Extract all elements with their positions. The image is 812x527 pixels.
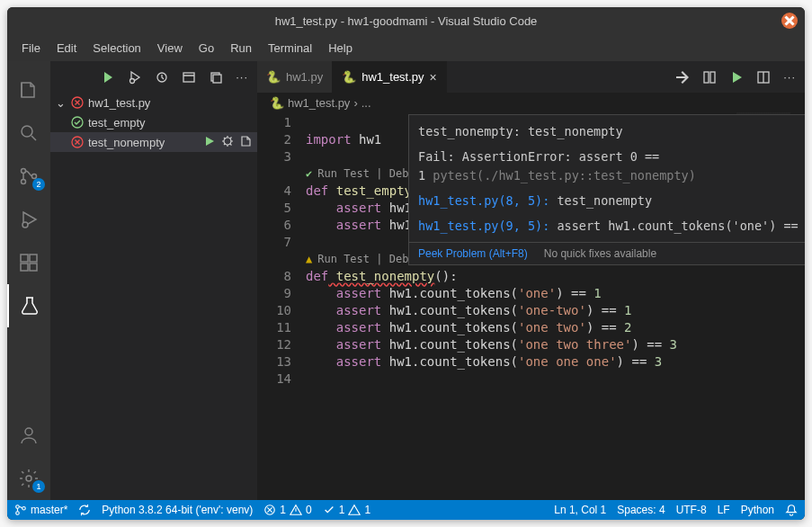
svg-point-11 xyxy=(130,78,135,83)
more-actions-icon[interactable]: ··· xyxy=(783,70,796,84)
menu-run[interactable]: Run xyxy=(223,38,259,58)
tree-test-row[interactable]: test_empty xyxy=(50,112,257,132)
status-cursor[interactable]: Ln 1, Col 1 xyxy=(554,504,606,516)
peek-problem-link[interactable]: Peek Problem (Alt+F8) xyxy=(418,247,528,260)
tab-label: hw1.py xyxy=(286,70,323,84)
activity-scm-icon[interactable]: 2 xyxy=(7,155,50,198)
hover-location-link[interactable]: hw1_test.py(9, 5): xyxy=(418,219,549,233)
svg-rect-15 xyxy=(213,75,221,83)
activity-settings-icon[interactable]: 1 xyxy=(7,457,50,500)
status-sync-icon[interactable] xyxy=(78,504,91,516)
editor-body[interactable]: 1 2 3 4 5 6 7 8 9 10 11 12 13 14 xyxy=(257,112,805,500)
svg-rect-8 xyxy=(30,264,37,271)
activity-extensions-icon[interactable] xyxy=(7,241,50,284)
statusbar: master* Python 3.8.2 64-bit ('env': venv… xyxy=(7,500,805,520)
svg-point-0 xyxy=(22,126,32,137)
svg-point-4 xyxy=(22,222,28,228)
status-branch[interactable]: master* xyxy=(14,504,67,516)
activity-testing-icon[interactable] xyxy=(7,284,50,327)
breadcrumb-sep: › xyxy=(353,96,357,110)
svg-point-23 xyxy=(16,505,20,509)
svg-point-25 xyxy=(22,507,26,511)
titlebar: hw1_test.py - hw1-goodmami - Visual Stud… xyxy=(7,7,805,34)
warning-icon: ▲ xyxy=(306,251,312,268)
run-test-icon[interactable] xyxy=(203,135,216,150)
activitybar: 2 1 xyxy=(7,61,50,500)
discover-tests-icon[interactable] xyxy=(155,70,169,85)
tree-file-row[interactable]: ⌄ hw1_test.py xyxy=(50,93,257,112)
status-lang[interactable]: Python xyxy=(741,504,774,516)
tab-close-icon[interactable]: × xyxy=(430,70,437,85)
open-test-icon[interactable] xyxy=(239,135,252,150)
tab-hw1-test[interactable]: 🐍 hw1_test.py × xyxy=(333,61,447,93)
menu-help[interactable]: Help xyxy=(321,38,360,58)
pass-icon: ✔ xyxy=(306,165,312,183)
more-icon[interactable]: ··· xyxy=(236,70,248,84)
svg-rect-5 xyxy=(21,255,28,262)
sidebar-toolbar: ··· xyxy=(50,61,257,93)
hover-title: test_nonempty: test_nonempty xyxy=(418,122,805,140)
menu-terminal[interactable]: Terminal xyxy=(261,38,319,58)
svg-point-24 xyxy=(16,512,20,515)
code-content[interactable]: import hw1 ✔Run Test | Debug Test def te… xyxy=(306,112,805,500)
split-editor-icon[interactable] xyxy=(756,70,771,85)
svg-rect-21 xyxy=(710,72,715,83)
status-problems[interactable]: 1 0 xyxy=(263,504,311,516)
tabbar-actions: ··· xyxy=(666,61,805,93)
activity-search-icon[interactable] xyxy=(7,112,50,155)
status-eol[interactable]: LF xyxy=(718,504,730,516)
svg-point-1 xyxy=(22,169,26,174)
python-file-icon: 🐍 xyxy=(266,70,281,84)
svg-point-9 xyxy=(25,428,32,435)
svg-rect-13 xyxy=(183,73,194,82)
problem-hover: test_nonempty: test_nonempty Fail: Asser… xyxy=(408,114,805,265)
activity-account-icon[interactable] xyxy=(7,414,50,457)
menu-go[interactable]: Go xyxy=(192,38,221,58)
testing-sidebar: ··· ⌄ hw1_test.py test_empty xyxy=(50,61,257,500)
tab-hw1[interactable]: 🐍 hw1.py xyxy=(257,61,333,93)
svg-rect-6 xyxy=(30,255,37,262)
window-close-button[interactable] xyxy=(781,13,798,29)
status-tests[interactable]: 1 1 xyxy=(323,504,370,516)
python-file-icon: 🐍 xyxy=(270,96,284,110)
collapse-all-icon[interactable] xyxy=(209,70,223,85)
menu-edit[interactable]: Edit xyxy=(49,38,84,58)
no-quick-fixes-label: No quick fixes available xyxy=(544,247,656,260)
vscode-window: hw1_test.py - hw1-goodmami - Visual Stud… xyxy=(7,7,805,520)
tree-test-row[interactable]: test_nonempty xyxy=(50,132,257,152)
status-spaces[interactable]: Spaces: 4 xyxy=(617,504,665,516)
svg-point-10 xyxy=(26,476,31,481)
scm-badge: 2 xyxy=(32,178,45,191)
tree-test-label: test_nonempty xyxy=(88,136,200,149)
status-interpreter[interactable]: Python 3.8.2 64-bit ('env': venv) xyxy=(102,504,253,516)
tree-test-label: test_empty xyxy=(88,116,257,130)
breadcrumb[interactable]: 🐍 hw1_test.py › ... xyxy=(257,93,805,112)
show-output-icon[interactable] xyxy=(182,70,196,85)
window-title: hw1_test.py - hw1-goodmami - Visual Stud… xyxy=(275,14,538,28)
run-all-icon[interactable] xyxy=(101,70,115,85)
svg-rect-20 xyxy=(704,72,709,83)
debug-test-icon[interactable] xyxy=(221,135,234,150)
menu-selection[interactable]: Selection xyxy=(85,38,147,58)
menubar: File Edit Selection View Go Run Terminal… xyxy=(7,34,805,61)
compare-icon[interactable] xyxy=(702,70,717,85)
test-tree: ⌄ hw1_test.py test_empty test xyxy=(50,93,257,152)
chevron-down-icon: ⌄ xyxy=(56,96,67,110)
tabbar: 🐍 hw1.py 🐍 hw1_test.py × ··· xyxy=(257,61,805,93)
breadcrumb-file: hw1_test.py xyxy=(288,96,350,110)
pass-icon xyxy=(70,116,85,129)
menu-view[interactable]: View xyxy=(150,38,190,58)
open-changes-icon[interactable] xyxy=(675,70,690,85)
activity-run-icon[interactable] xyxy=(7,198,50,241)
debug-all-icon[interactable] xyxy=(128,70,142,85)
editor: 🐍 hw1.py 🐍 hw1_test.py × ··· xyxy=(257,61,805,500)
tree-file-label: hw1_test.py xyxy=(88,96,257,110)
status-bell-icon[interactable] xyxy=(785,504,798,516)
menu-file[interactable]: File xyxy=(14,38,48,58)
svg-rect-7 xyxy=(21,264,28,271)
status-encoding[interactable]: UTF-8 xyxy=(676,504,707,516)
hover-location-link[interactable]: hw1_test.py(8, 5): xyxy=(418,193,549,208)
run-file-icon[interactable] xyxy=(729,70,744,85)
svg-point-2 xyxy=(22,180,26,184)
activity-explorer-icon[interactable] xyxy=(7,68,50,112)
